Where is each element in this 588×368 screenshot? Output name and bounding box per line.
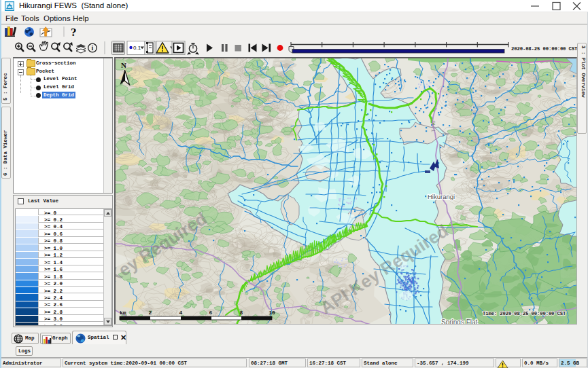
svg-text:Hikurangi: Hikurangi xyxy=(428,193,455,200)
svg-text:SH 1: SH 1 xyxy=(430,120,436,132)
svg-text:4: 4 xyxy=(179,310,183,316)
svg-text:8: 8 xyxy=(240,310,243,316)
svg-text:?: ? xyxy=(71,26,77,39)
svg-text:2020-08-25 00:00:00 CST: 2020-08-25 00:00:00 CST xyxy=(511,46,577,52)
svg-text:i: i xyxy=(92,44,94,52)
svg-text:0.1: 0.1 xyxy=(133,45,141,51)
svg-text:10: 10 xyxy=(269,310,275,316)
svg-text:2: 2 xyxy=(149,310,152,316)
svg-text:6: 6 xyxy=(209,310,213,316)
svg-text:Springs Flat: Springs Flat xyxy=(441,318,478,325)
svg-text:Time: 2020-08-25 00:00:00 CST: Time: 2020-08-25 00:00:00 CST xyxy=(483,311,566,316)
svg-text:N: N xyxy=(121,61,126,69)
svg-text:km: km xyxy=(120,310,126,316)
